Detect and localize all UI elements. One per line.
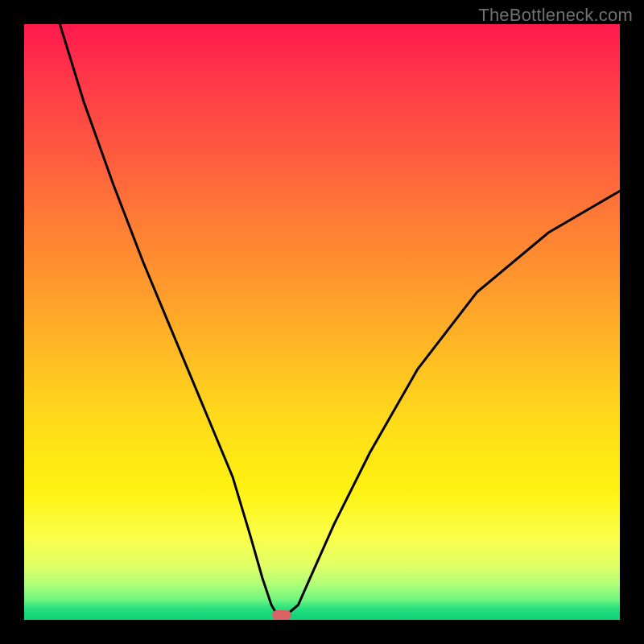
curve-svg <box>24 24 620 620</box>
plot-area <box>24 24 620 620</box>
watermark-text: TheBottleneck.com <box>478 5 633 26</box>
optimal-point-marker <box>272 610 291 620</box>
bottleneck-curve-path <box>60 24 620 615</box>
chart-frame: TheBottleneck.com <box>0 0 644 644</box>
